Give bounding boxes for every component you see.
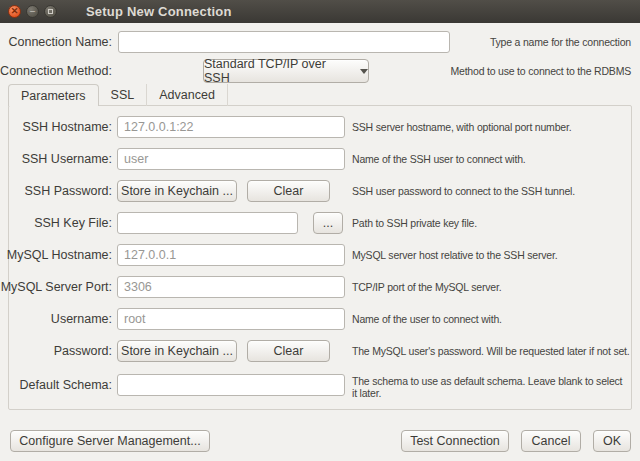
tab-advanced[interactable]: Advanced <box>147 84 228 106</box>
mysql-hostname-hint: MySQL server host relative to the SSH se… <box>352 249 632 261</box>
default-schema-input[interactable] <box>117 374 345 396</box>
mysql-hostname-label: MySQL Hostname: <box>0 244 112 266</box>
ssh-key-file-input[interactable] <box>117 212 298 234</box>
mysql-port-hint: TCP/IP port of the MySQL server. <box>352 281 632 293</box>
clear-password-button[interactable]: Clear <box>247 340 330 362</box>
ssh-key-file-row: SSH Key File: ... Path to SSH private ke… <box>0 212 640 234</box>
ssh-key-file-browse-button[interactable]: ... <box>313 212 343 234</box>
mysql-hostname-input[interactable] <box>117 244 345 266</box>
connection-name-label: Connection Name: <box>0 31 112 53</box>
default-schema-label: Default Schema: <box>0 374 112 396</box>
connection-name-hint: Type a name for the connection <box>490 36 631 48</box>
connection-method-row: Connection Method: Standard TCP/IP over … <box>0 59 640 83</box>
mysql-port-row: MySQL Server Port: TCP/IP port of the My… <box>0 276 640 298</box>
connection-method-dropdown[interactable]: Standard TCP/IP over SSH <box>203 59 369 83</box>
ssh-hostname-label: SSH Hostname: <box>0 116 112 138</box>
ssh-clear-password-button[interactable]: Clear <box>247 180 330 202</box>
mysql-port-input[interactable] <box>117 276 345 298</box>
connection-name-row: Connection Name: Type a name for the con… <box>0 31 640 53</box>
ssh-username-hint: Name of the SSH user to connect with. <box>352 153 632 165</box>
username-row: Username: Name of the user to connect wi… <box>0 308 640 330</box>
ssh-password-row: SSH Password: Store in Keychain ... Clea… <box>0 180 640 202</box>
store-keychain-button[interactable]: Store in Keychain ... <box>117 340 237 362</box>
setup-new-connection-dialog: { "window": { "title": "Setup New Connec… <box>0 0 640 461</box>
default-schema-hint: The schema to use as default schema. Lea… <box>352 375 624 399</box>
connection-name-input[interactable] <box>118 31 450 53</box>
window-title: Setup New Connection <box>86 4 232 19</box>
ssh-hostname-hint: SSH server hostname, with optional port … <box>352 121 632 133</box>
username-label: Username: <box>0 308 112 330</box>
username-hint: Name of the user to connect with. <box>352 313 632 325</box>
ssh-password-label: SSH Password: <box>0 180 112 202</box>
password-hint: The MySQL user's password. Will be reque… <box>352 345 632 357</box>
ok-button[interactable]: OK <box>593 430 631 452</box>
password-row: Password: Store in Keychain ... Clear Th… <box>0 340 640 362</box>
ssh-key-file-label: SSH Key File: <box>0 212 112 234</box>
connection-method-value: Standard TCP/IP over SSH <box>204 57 351 85</box>
username-input[interactable] <box>117 308 345 330</box>
configure-server-management-button[interactable]: Configure Server Management... <box>10 430 210 452</box>
tab-ssl[interactable]: SSL <box>99 84 148 106</box>
password-label: Password: <box>0 340 112 362</box>
ssh-password-hint: SSH user password to connect to the SSH … <box>352 185 632 197</box>
ssh-key-file-hint: Path to SSH private key file. <box>352 217 632 229</box>
ssh-username-input[interactable] <box>117 148 345 170</box>
tabbar: Parameters SSL Advanced <box>8 84 228 106</box>
titlebar: ✕ – Setup New Connection <box>0 0 640 23</box>
ssh-hostname-input[interactable] <box>117 116 345 138</box>
mysql-hostname-row: MySQL Hostname: MySQL server host relati… <box>0 244 640 266</box>
ssh-hostname-row: SSH Hostname: SSH server hostname, with … <box>0 116 640 138</box>
maximize-icon[interactable] <box>44 5 57 18</box>
connection-method-hint: Method to use to connect to the RDBMS <box>450 65 631 77</box>
connection-method-label: Connection Method: <box>0 59 112 83</box>
ssh-username-row: SSH Username: Name of the SSH user to co… <box>0 148 640 170</box>
dropdown-caret-icon <box>360 69 368 78</box>
tab-parameters[interactable]: Parameters <box>8 84 99 106</box>
ssh-username-label: SSH Username: <box>0 148 112 170</box>
ssh-store-keychain-button[interactable]: Store in Keychain ... <box>117 180 237 202</box>
cancel-button[interactable]: Cancel <box>521 430 581 452</box>
default-schema-row: Default Schema: The schema to use as def… <box>0 374 640 400</box>
test-connection-button[interactable]: Test Connection <box>401 430 509 452</box>
close-icon[interactable]: ✕ <box>8 5 21 18</box>
mysql-port-label: MySQL Server Port: <box>0 276 112 298</box>
minimize-icon[interactable]: – <box>26 5 39 18</box>
